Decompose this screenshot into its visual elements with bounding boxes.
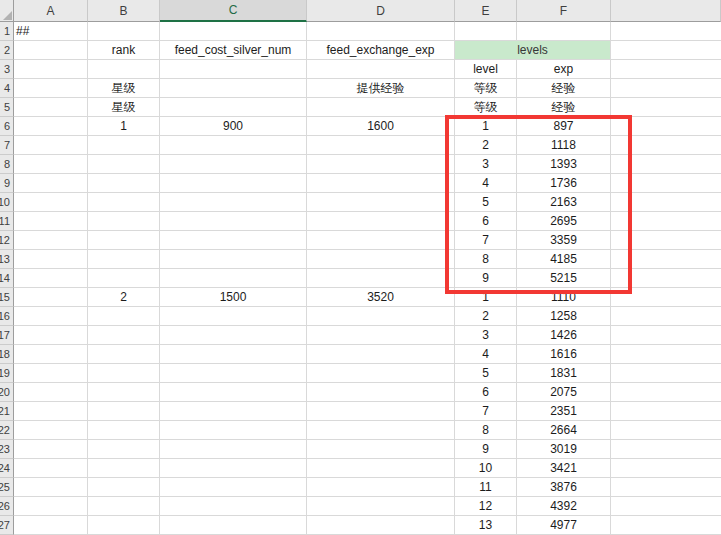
cell-A11-empty[interactable]: [14, 212, 88, 231]
column-header-c[interactable]: C: [160, 0, 307, 22]
cell-F1-empty[interactable]: [517, 22, 611, 41]
cell-C12-empty[interactable]: [160, 231, 307, 250]
row-header-19[interactable]: 19: [0, 364, 14, 383]
cell-A7-empty[interactable]: [14, 136, 88, 155]
cell-G15-empty[interactable]: [611, 288, 721, 307]
cell-E19[interactable]: 5: [455, 364, 517, 383]
cell-D4[interactable]: 提供经验: [307, 79, 455, 98]
cell-C6[interactable]: 900: [160, 117, 307, 136]
cell-E20[interactable]: 6: [455, 383, 517, 402]
cell-D2[interactable]: feed_exchange_exp: [307, 41, 455, 60]
cell-F25[interactable]: 3876: [517, 478, 611, 497]
cell-F18[interactable]: 1616: [517, 345, 611, 364]
row-header-23[interactable]: 23: [0, 440, 14, 459]
cell-G9-empty[interactable]: [611, 174, 721, 193]
row-header-25[interactable]: 25: [0, 478, 14, 497]
cell-E14[interactable]: 9: [455, 269, 517, 288]
cell-C27-empty[interactable]: [160, 516, 307, 535]
cell-A4-empty[interactable]: [14, 79, 88, 98]
cell-C22-empty[interactable]: [160, 421, 307, 440]
cell-G22-empty[interactable]: [611, 421, 721, 440]
cell-E3[interactable]: level: [455, 60, 517, 79]
cell-E6[interactable]: 1: [455, 117, 517, 136]
cell-B17-empty[interactable]: [88, 326, 160, 345]
cell-D23-empty[interactable]: [307, 440, 455, 459]
cell-B25-empty[interactable]: [88, 478, 160, 497]
row-header-4[interactable]: 4: [0, 79, 14, 98]
cell-C13-empty[interactable]: [160, 250, 307, 269]
row-header-12[interactable]: 12: [0, 231, 14, 250]
row-header-18[interactable]: 18: [0, 345, 14, 364]
merged-cell-levels[interactable]: levels: [455, 41, 611, 60]
cell-F4[interactable]: 经验: [517, 79, 611, 98]
cell-G13-empty[interactable]: [611, 250, 721, 269]
cell-B15[interactable]: 2: [88, 288, 160, 307]
cell-B8-empty[interactable]: [88, 155, 160, 174]
cell-G17-empty[interactable]: [611, 326, 721, 345]
cell-D25-empty[interactable]: [307, 478, 455, 497]
cell-B9-empty[interactable]: [88, 174, 160, 193]
cell-G14-empty[interactable]: [611, 269, 721, 288]
cell-A27-empty[interactable]: [14, 516, 88, 535]
cell-E9[interactable]: 4: [455, 174, 517, 193]
cell-C9-empty[interactable]: [160, 174, 307, 193]
cell-B7-empty[interactable]: [88, 136, 160, 155]
cell-E13[interactable]: 8: [455, 250, 517, 269]
cell-A18-empty[interactable]: [14, 345, 88, 364]
cell-D27-empty[interactable]: [307, 516, 455, 535]
cell-C15[interactable]: 1500: [160, 288, 307, 307]
cell-B27-empty[interactable]: [88, 516, 160, 535]
cell-F12[interactable]: 3359: [517, 231, 611, 250]
row-header-3[interactable]: 3: [0, 60, 14, 79]
cell-F21[interactable]: 2351: [517, 402, 611, 421]
cell-F20[interactable]: 2075: [517, 383, 611, 402]
cell-D20-empty[interactable]: [307, 383, 455, 402]
cell-B24-empty[interactable]: [88, 459, 160, 478]
cell-B2[interactable]: rank: [88, 41, 160, 60]
cell-D17-empty[interactable]: [307, 326, 455, 345]
cell-F19[interactable]: 1831: [517, 364, 611, 383]
row-header-24[interactable]: 24: [0, 459, 14, 478]
column-header-a[interactable]: A: [14, 0, 88, 22]
column-header-f[interactable]: F: [517, 0, 611, 22]
cell-A14-empty[interactable]: [14, 269, 88, 288]
cell-A22-empty[interactable]: [14, 421, 88, 440]
cell-A10-empty[interactable]: [14, 193, 88, 212]
cell-G18-empty[interactable]: [611, 345, 721, 364]
cell-G12-empty[interactable]: [611, 231, 721, 250]
cell-F8[interactable]: 1393: [517, 155, 611, 174]
row-header-7[interactable]: 7: [0, 136, 14, 155]
cell-E1-empty[interactable]: [455, 22, 517, 41]
cell-A15-empty[interactable]: [14, 288, 88, 307]
cell-D19-empty[interactable]: [307, 364, 455, 383]
cell-G26-empty[interactable]: [611, 497, 721, 516]
cell-C5-empty[interactable]: [160, 98, 307, 117]
cell-G27-empty[interactable]: [611, 516, 721, 535]
cell-D9-empty[interactable]: [307, 174, 455, 193]
cell-A3-empty[interactable]: [14, 60, 88, 79]
cell-G5-empty[interactable]: [611, 98, 721, 117]
cell-D24-empty[interactable]: [307, 459, 455, 478]
row-header-21[interactable]: 21: [0, 402, 14, 421]
cell-D18-empty[interactable]: [307, 345, 455, 364]
cell-A6-empty[interactable]: [14, 117, 88, 136]
cell-G8-empty[interactable]: [611, 155, 721, 174]
cell-E5[interactable]: 等级: [455, 98, 517, 117]
cell-A9-empty[interactable]: [14, 174, 88, 193]
cell-G4-empty[interactable]: [611, 79, 721, 98]
cell-C2[interactable]: feed_cost_silver_num: [160, 41, 307, 60]
cell-C3-empty[interactable]: [160, 60, 307, 79]
cell-C11-empty[interactable]: [160, 212, 307, 231]
cell-D22-empty[interactable]: [307, 421, 455, 440]
cell-G2-empty[interactable]: [611, 41, 721, 60]
cell-E10[interactable]: 5: [455, 193, 517, 212]
cell-C10-empty[interactable]: [160, 193, 307, 212]
cell-B21-empty[interactable]: [88, 402, 160, 421]
cell-D13-empty[interactable]: [307, 250, 455, 269]
cell-B5[interactable]: 星级: [88, 98, 160, 117]
cell-A2-empty[interactable]: [14, 41, 88, 60]
cell-F22[interactable]: 2664: [517, 421, 611, 440]
cell-E27[interactable]: 13: [455, 516, 517, 535]
cell-F3[interactable]: exp: [517, 60, 611, 79]
cell-D6[interactable]: 1600: [307, 117, 455, 136]
